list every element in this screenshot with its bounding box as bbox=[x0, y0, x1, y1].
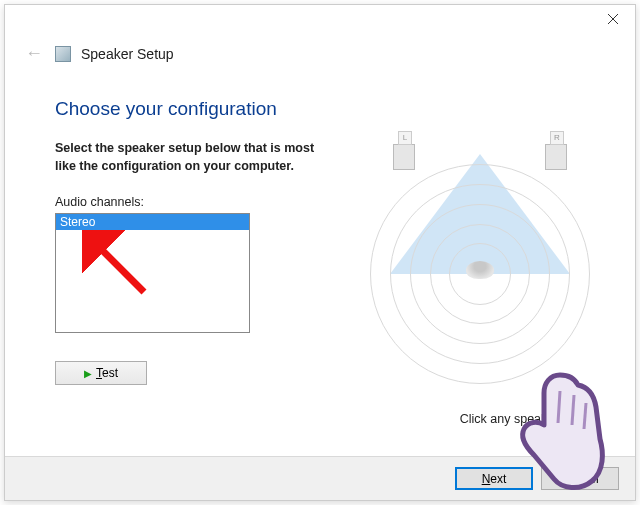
speaker-icon bbox=[55, 46, 71, 62]
speaker-diagram bbox=[365, 138, 595, 358]
audio-channels-listbox[interactable]: Stereo bbox=[55, 213, 250, 333]
right-pane bbox=[345, 78, 615, 385]
back-icon: ← bbox=[25, 43, 43, 64]
next-button[interactable]: Next bbox=[455, 467, 533, 490]
footer: Next Cancel bbox=[5, 456, 635, 500]
next-button-label: ext bbox=[490, 472, 506, 486]
header: ← Speaker Setup bbox=[5, 35, 635, 78]
speaker-right[interactable] bbox=[545, 144, 567, 170]
cancel-button-label: Cancel bbox=[561, 472, 598, 486]
left-pane: Choose your configuration Select the spe… bbox=[25, 78, 345, 385]
channels-label: Audio channels: bbox=[55, 195, 335, 209]
content: Choose your configuration Select the spe… bbox=[5, 78, 635, 385]
header-title: Speaker Setup bbox=[81, 46, 174, 62]
instruction-text: Select the speaker setup below that is m… bbox=[55, 140, 335, 175]
titlebar bbox=[5, 5, 635, 35]
speaker-left[interactable] bbox=[393, 144, 415, 170]
cancel-button[interactable]: Cancel bbox=[541, 467, 619, 490]
test-button[interactable]: ▶ Test bbox=[55, 361, 147, 385]
channel-option-stereo[interactable]: Stereo bbox=[56, 214, 249, 230]
page-title: Choose your configuration bbox=[55, 98, 335, 120]
close-button[interactable] bbox=[590, 5, 635, 33]
speaker-setup-dialog: ← Speaker Setup Choose your configuratio… bbox=[4, 4, 636, 501]
hint-text: Click any speaker abov bbox=[460, 412, 589, 426]
play-icon: ▶ bbox=[84, 368, 92, 379]
listener-icon bbox=[466, 261, 494, 279]
test-button-label: T bbox=[96, 366, 102, 380]
